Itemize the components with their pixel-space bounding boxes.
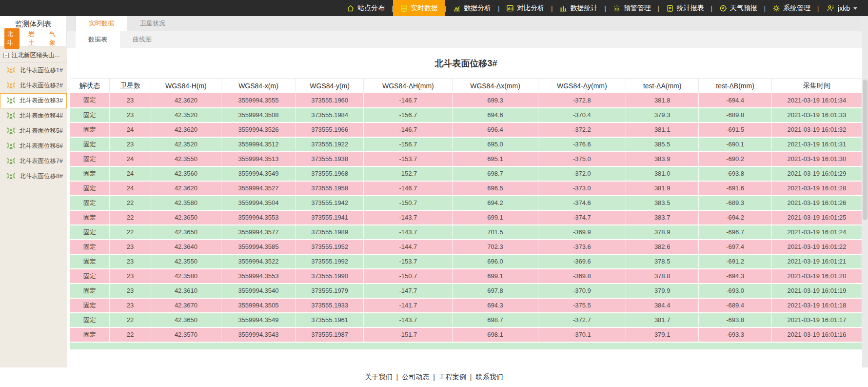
table-cell: 3559994.3505: [221, 298, 296, 313]
table-cell: 2021-03-19 16:01:30: [771, 152, 862, 166]
sidebar-tab-weather[interactable]: 气象: [47, 28, 62, 49]
table-cell: -144.7: [364, 240, 453, 254]
compass-icon: [719, 4, 727, 12]
table-cell: -369.6: [538, 254, 626, 269]
table-cell: 373555.1938: [296, 152, 364, 166]
table-cell: 381.7: [626, 313, 698, 327]
table-row: 固定2442.35603559994.3549373555.1968-152.7…: [70, 166, 862, 181]
gear-icon: [772, 4, 780, 12]
table-cell: 固定: [70, 225, 110, 240]
table-cell: -152.7: [364, 166, 453, 181]
sidebar-item-sensor-5[interactable]: 北斗表面位移5#: [0, 123, 67, 139]
footer-link-2[interactable]: 公司动态: [402, 373, 429, 382]
sidebar-item-sensor-8[interactable]: 北斗表面位移8#: [0, 169, 67, 184]
column-header: WGS84-Δx(mm): [453, 79, 538, 93]
table-cell: 373555.1961: [296, 313, 364, 327]
nav-item-realtime-data[interactable]: 实时数据: [393, 0, 445, 16]
sensor-label: 北斗表面位移8#: [20, 172, 63, 181]
sensor-label: 北斗表面位移7#: [20, 157, 63, 165]
tree-node-label: 江北新区猪头山...: [12, 51, 59, 60]
subtab-curve-chart[interactable]: 曲线图: [120, 31, 164, 48]
tab-satellite-status[interactable]: 卫星状况: [127, 16, 178, 31]
table-cell: 3559994.3553: [221, 210, 296, 225]
nav-item-compare-analysis[interactable]: 对比分析: [499, 0, 551, 16]
sidebar-item-sensor-7[interactable]: 北斗表面位移7#: [0, 154, 67, 169]
table-cell: 42.3560: [151, 166, 221, 181]
table-row: 固定2242.36503559994.3553373555.1941-143.7…: [70, 210, 862, 225]
nav-item-label: 预警管理: [624, 4, 651, 13]
table-cell: -370.1: [538, 327, 626, 342]
table-cell: -151.7: [364, 327, 453, 342]
vertical-scrollbar[interactable]: [862, 16, 868, 367]
column-header: WGS84-x(m): [221, 79, 296, 93]
sidebar-tab-beidou[interactable]: 北斗: [4, 28, 20, 49]
alarm-icon: [613, 4, 621, 12]
table-cell: 373555.1922: [296, 137, 364, 152]
sidebar-tab-geotech[interactable]: 岩土: [26, 28, 41, 49]
footer-link-1[interactable]: 关于我们: [365, 373, 393, 382]
nav-item-weather-forecast[interactable]: 天气预报: [712, 0, 764, 16]
table-cell: 2021-03-19 16:01:32: [771, 122, 862, 137]
broadcast-icon: [7, 81, 15, 90]
table-cell: -150.7: [364, 196, 453, 210]
sidebar-item-sensor-6[interactable]: 北斗表面位移6#: [0, 139, 67, 154]
table-cell: -697.4: [699, 240, 771, 254]
table-cell: 22: [110, 196, 151, 210]
table-cell: 694.6: [453, 108, 538, 122]
tab-realtime-data[interactable]: 实时数据: [76, 16, 127, 31]
footer-link-4[interactable]: 联系我们: [475, 373, 503, 382]
scrollbar-thumb[interactable]: [863, 80, 868, 220]
table-cell: -694.3: [699, 269, 771, 284]
footer-link-3[interactable]: 工程案例: [439, 373, 466, 382]
sidebar-item-sensor-1[interactable]: 北斗表面位移1#: [0, 63, 67, 78]
nav-item-label: 实时数据: [411, 4, 438, 13]
column-header: WGS84-ΔH(mm): [364, 79, 453, 93]
sidebar-item-sensor-4[interactable]: 北斗表面位移4#: [0, 108, 67, 123]
table-cell: 379.3: [626, 108, 698, 122]
table-cell: 24: [110, 152, 151, 166]
table-cell: -694.4: [699, 93, 771, 108]
column-header: WGS84-H(m): [151, 79, 221, 93]
table-cell: -375.5: [538, 298, 626, 313]
table-cell: 3559994.3543: [221, 327, 296, 342]
nav-item-system-management[interactable]: 系统管理: [766, 0, 817, 16]
table-cell: -143.7: [364, 225, 453, 240]
user-menu[interactable]: jxkb: [819, 0, 868, 16]
table-cell: -691.5: [699, 122, 771, 137]
table-cell: 384.4: [626, 298, 698, 313]
table-cell: 固定: [70, 269, 110, 284]
sidebar-item-sensor-2[interactable]: 北斗表面位移2#: [0, 78, 67, 93]
table-cell: 3559994.3504: [221, 196, 296, 210]
tree-node-station[interactable]: − 江北新区猪头山...: [0, 48, 67, 63]
table-row: 固定2242.36503559994.3577373555.1989-143.7…: [70, 225, 862, 240]
table-cell: 3559994.3522: [221, 254, 296, 269]
table-cell: 固定: [70, 240, 110, 254]
table-cell: 固定: [70, 298, 110, 313]
table-cell: 2021-03-19 16:01:16: [771, 327, 862, 342]
collapse-icon[interactable]: −: [3, 53, 9, 58]
table-cell: 2021-03-19 16:01:31: [771, 137, 862, 152]
table-header-row: 解状态卫星数WGS84-H(m)WGS84-x(m)WGS84-y(m)WGS8…: [70, 79, 862, 93]
table-cell: 3559994.3577: [221, 225, 296, 240]
table-cell: 2021-03-19 16:01:26: [771, 196, 862, 210]
table-cell: 42.3650: [151, 225, 221, 240]
table-cell: -369.8: [538, 269, 626, 284]
nav-item-site-distribution[interactable]: 站点分布: [340, 0, 392, 16]
user-icon: [827, 4, 834, 12]
nav-item-label: 站点分布: [357, 4, 385, 13]
table-cell: 2021-03-19 16:01:20: [771, 269, 862, 284]
subtab-data-table[interactable]: 数据表: [76, 31, 120, 48]
table-cell: 3559994.3549: [221, 313, 296, 327]
table-cell: 699.3: [453, 93, 538, 108]
table-cell: -372.7: [538, 313, 626, 327]
table-cell: 697.8: [453, 284, 538, 298]
table-cell: 373555.1952: [296, 240, 364, 254]
table-cell: -146.7: [364, 181, 453, 196]
sidebar-item-sensor-3[interactable]: 北斗表面位移3#: [0, 93, 67, 108]
nav-item-data-statistics[interactable]: 数据统计: [552, 0, 604, 16]
table-cell: -690.2: [699, 152, 771, 166]
nav-item-alert-management[interactable]: 预警管理: [606, 0, 658, 16]
broadcast-icon: [7, 127, 15, 135]
nav-item-statistic-reports[interactable]: 统计报表: [659, 0, 711, 16]
nav-item-data-analysis[interactable]: 数据分析: [446, 0, 498, 16]
